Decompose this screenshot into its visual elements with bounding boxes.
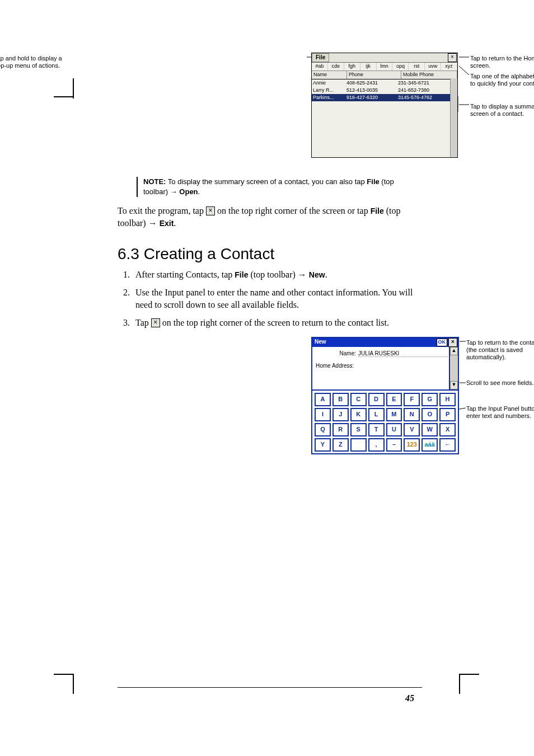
close-button[interactable]: × xyxy=(448,53,457,62)
header-name[interactable]: Name xyxy=(312,71,347,79)
close-icon: × xyxy=(206,206,215,215)
cell-name: Larry R... xyxy=(312,87,346,94)
alpha-tab[interactable]: #ab xyxy=(312,63,328,71)
key[interactable]: L xyxy=(368,408,385,421)
crop-mark xyxy=(54,96,74,97)
key[interactable]: E xyxy=(386,393,402,406)
exit-label: Exit xyxy=(160,219,174,228)
alpha-tab[interactable]: ijk xyxy=(360,63,377,71)
cell-mobile: 3145-576-4762 xyxy=(398,94,457,101)
text: (top toolbar) xyxy=(248,270,297,279)
key-space[interactable] xyxy=(350,438,367,452)
alpha-tab[interactable]: lmn xyxy=(377,63,393,71)
key-backspace-icon[interactable]: ← xyxy=(439,438,456,452)
scrollbar[interactable] xyxy=(450,78,457,157)
alpha-tab[interactable]: uvw xyxy=(425,63,441,71)
key-123[interactable]: 123 xyxy=(404,438,420,452)
input-panel: A B C D E F G H I J K L M N O P Q xyxy=(312,391,458,454)
arrow-icon: → xyxy=(170,187,177,196)
figure-contacts-list: Tap and hold to display a pop-up menu of… xyxy=(118,45,416,162)
key[interactable]: P xyxy=(439,408,456,421)
content-area: Tap and hold to display a pop-up menu of… xyxy=(118,45,416,458)
pda-contacts-window: File × #ab cde fgh ijk lmn opq rst uvw x… xyxy=(311,53,458,158)
contact-row[interactable]: Larry R... 512-413-0035 241-652-7380 xyxy=(312,87,457,94)
column-headers: Name Phone Mobile Phone xyxy=(312,71,457,79)
text: Tap xyxy=(135,318,151,327)
header-phone[interactable]: Phone xyxy=(347,71,401,79)
alphabet-tabs[interactable]: #ab cde fgh ijk lmn opq rst uvw xyz xyxy=(312,63,457,71)
note-file: File xyxy=(367,177,379,186)
key[interactable]: O xyxy=(421,408,438,421)
form-area: Name: JULIA RUSESKI Home Address: ▲ ▼ xyxy=(312,347,458,391)
scroll-down-icon[interactable]: ▼ xyxy=(450,381,458,389)
ok-button[interactable]: OK xyxy=(437,339,448,346)
key[interactable]: Z xyxy=(332,438,349,452)
titlebar: New OK × xyxy=(312,338,458,347)
crop-mark xyxy=(459,674,460,694)
svg-line-2 xyxy=(459,66,469,75)
key[interactable]: X xyxy=(439,423,456,436)
name-field-row: Name: JULIA RUSESKI xyxy=(312,347,458,357)
exit-paragraph: To exit the program, tap × on the top ri… xyxy=(118,205,416,229)
name-input[interactable]: JULIA RUSESKI xyxy=(358,350,448,357)
text: on the top right corner of the screen to… xyxy=(160,318,389,327)
step-3: Tap × on the top right corner of the scr… xyxy=(132,317,416,329)
key[interactable]: M xyxy=(386,408,402,421)
key-comma[interactable]: , xyxy=(368,438,385,452)
key[interactable]: G xyxy=(421,393,438,406)
note-period: . xyxy=(198,187,200,196)
titlebar: File × xyxy=(312,53,457,63)
key[interactable]: Y xyxy=(315,438,331,452)
key[interactable]: Q xyxy=(315,423,331,436)
crop-mark xyxy=(73,78,74,98)
new-label: New xyxy=(309,270,325,279)
key[interactable]: H xyxy=(439,393,456,406)
cell-phone: 408-825-2431 xyxy=(346,79,398,87)
key[interactable]: V xyxy=(404,423,420,436)
cell-phone: 916-427-6320 xyxy=(346,94,398,101)
callout-left: Tap and hold to display a pop-up menu of… xyxy=(0,55,72,69)
alpha-tab[interactable]: xyz xyxy=(441,63,457,71)
close-button[interactable]: × xyxy=(448,338,457,347)
key[interactable]: W xyxy=(421,423,438,436)
alpha-tab[interactable]: opq xyxy=(392,63,409,71)
key[interactable]: R xyxy=(332,423,349,436)
address-field-row: Home Address: xyxy=(312,357,458,369)
step-1: After starting Contacts, tap File (top t… xyxy=(132,269,416,281)
arrow-icon: → xyxy=(148,218,157,228)
scrollbar[interactable]: ▲ ▼ xyxy=(449,347,458,389)
cell-name: Annie xyxy=(312,79,346,87)
key[interactable]: D xyxy=(368,393,385,406)
key[interactable]: C xyxy=(350,393,367,406)
alpha-tab[interactable]: cde xyxy=(328,63,344,71)
file-menu[interactable]: File xyxy=(312,53,329,62)
text: To exit the program, tap xyxy=(118,206,206,215)
note-text: To display the summary screen of a conta… xyxy=(166,177,367,186)
scroll-up-icon[interactable]: ▲ xyxy=(450,347,458,355)
key-accents[interactable]: aáä xyxy=(421,438,438,452)
key[interactable]: J xyxy=(332,408,349,421)
key[interactable]: S xyxy=(350,423,367,436)
key-dash[interactable]: – xyxy=(386,438,402,452)
key[interactable]: F xyxy=(404,393,420,406)
contact-row-selected[interactable]: Parkins... 916-427-6320 3145-576-4762 xyxy=(312,94,457,101)
note-block: NOTE: To display the summary screen of a… xyxy=(137,177,416,197)
key[interactable]: B xyxy=(332,393,349,406)
key[interactable]: I xyxy=(315,408,331,421)
contact-row[interactable]: Annie 408-825-2431 231-345-6721 xyxy=(312,79,457,87)
alpha-tab[interactable]: rst xyxy=(409,63,425,71)
footer-rule xyxy=(118,687,422,688)
note-open: Open xyxy=(179,187,198,196)
text: . xyxy=(325,270,327,279)
name-label: Name: xyxy=(316,350,358,357)
header-mobile[interactable]: Mobile Phone xyxy=(401,71,457,79)
cell-name: Parkins... xyxy=(312,94,346,101)
crop-mark xyxy=(54,674,74,675)
crop-mark xyxy=(73,674,74,694)
key[interactable]: A xyxy=(315,393,331,406)
key[interactable]: K xyxy=(350,408,367,421)
key[interactable]: N xyxy=(404,408,420,421)
alpha-tab[interactable]: fgh xyxy=(344,63,360,71)
key[interactable]: T xyxy=(368,423,385,436)
key[interactable]: U xyxy=(386,423,402,436)
